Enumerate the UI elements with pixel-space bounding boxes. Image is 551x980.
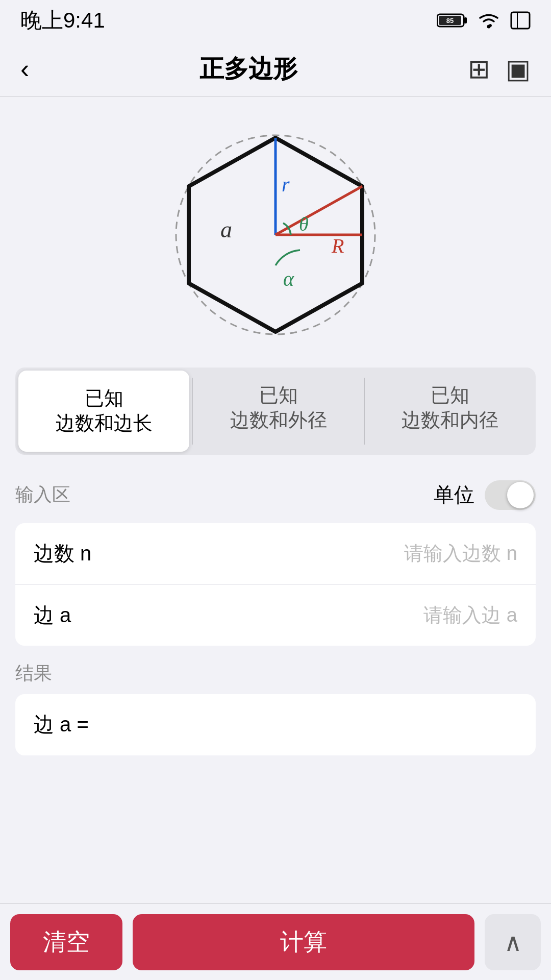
notebook-icon[interactable]: ▣	[506, 54, 531, 84]
results-card: 边 a =	[15, 694, 536, 755]
bottom-spacer	[0, 755, 551, 837]
status-icons: 85	[437, 11, 531, 30]
result-row-a: 边 a =	[34, 694, 517, 755]
page-title: 正多边形	[199, 53, 297, 85]
results-label: 结果	[15, 661, 536, 686]
tab-sides-length[interactable]: 已知 边数和边长	[18, 371, 189, 452]
wifi-icon	[477, 11, 501, 30]
toggle-thumb	[507, 482, 534, 508]
input-section-label: 输入区	[15, 482, 70, 507]
svg-text:α: α	[283, 267, 294, 290]
diagram-area: a r R θ α	[0, 97, 551, 368]
input-card: 边数 n 边 a	[15, 523, 536, 646]
input-field-n[interactable]	[146, 543, 517, 565]
svg-text:r: r	[282, 173, 290, 196]
battery-icon: 85	[437, 12, 467, 29]
unit-label: 单位	[434, 481, 474, 509]
input-row-a: 边 a	[15, 584, 536, 646]
unit-toggle[interactable]	[485, 480, 536, 510]
unit-row: 单位	[434, 480, 536, 510]
input-section-header: 输入区 单位	[0, 465, 551, 518]
back-button[interactable]: ‹	[20, 54, 29, 84]
results-section: 结果 边 a =	[0, 661, 551, 755]
status-time: 晚上9:41	[20, 6, 105, 35]
result-label-a: 边 a =	[34, 710, 89, 739]
calculate-button[interactable]: 计算	[133, 914, 474, 970]
svg-rect-5	[511, 12, 530, 29]
svg-text:85: 85	[446, 17, 454, 24]
input-field-a[interactable]	[146, 604, 517, 626]
bottom-bar: 清空 计算 ∧	[0, 903, 551, 980]
input-label-a: 边 a	[34, 601, 146, 629]
hexagon-diagram: a r R θ α	[133, 117, 418, 352]
svg-text:R: R	[331, 234, 344, 257]
svg-point-4	[487, 25, 491, 29]
clear-button[interactable]: 清空	[10, 914, 122, 970]
tab-sides-inner[interactable]: 已知 边数和内径	[365, 368, 536, 455]
chevron-up-icon: ∧	[504, 928, 522, 957]
status-bar: 晚上9:41 85	[0, 0, 551, 41]
nav-bar: ‹ 正多边形 ⊞ ▣	[0, 41, 551, 97]
nav-actions: ⊞ ▣	[468, 54, 531, 84]
svg-text:a: a	[220, 216, 232, 242]
svg-rect-1	[464, 17, 467, 23]
svg-text:θ: θ	[299, 213, 309, 235]
input-row-n: 边数 n	[15, 523, 536, 584]
tabs-container: 已知 边数和边长 已知 边数和外径 已知 边数和内径	[15, 368, 536, 455]
calculator-icon[interactable]: ⊞	[468, 54, 490, 84]
input-label-n: 边数 n	[34, 540, 146, 568]
square-icon	[510, 11, 531, 30]
collapse-button[interactable]: ∧	[485, 914, 541, 970]
tab-sides-outer[interactable]: 已知 边数和外径	[193, 368, 364, 455]
